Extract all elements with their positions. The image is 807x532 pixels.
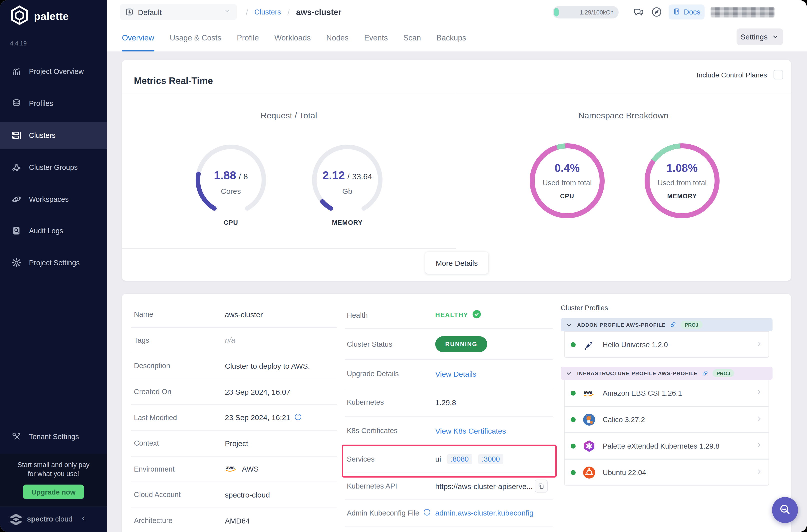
collapse-sidebar-icon[interactable]: ‹ xyxy=(82,513,85,524)
sidebar-item-tenant-settings[interactable]: Tenant Settings xyxy=(0,423,107,450)
cluster-status-badge: RUNNING xyxy=(435,336,487,352)
brand-logo: palette xyxy=(9,5,69,28)
request-total-title: Request / Total xyxy=(122,111,456,121)
tab-backups[interactable]: Backups xyxy=(436,24,466,52)
docs-label: Docs xyxy=(684,8,700,16)
promo-text-line1: Start small and only pay xyxy=(0,454,107,470)
svg-text:aws: aws xyxy=(583,390,593,395)
chat-icon[interactable] xyxy=(633,6,644,18)
detail-row-context: Context Project xyxy=(131,431,337,456)
proj-badge: PROJ xyxy=(713,369,734,377)
breadcrumb-clusters-link[interactable]: Clusters xyxy=(254,8,281,16)
sidebar-item-label: Cluster Groups xyxy=(29,163,78,171)
include-control-planes-checkbox[interactable] xyxy=(773,70,783,79)
tab-events[interactable]: Events xyxy=(364,24,388,52)
tab-overview[interactable]: Overview xyxy=(122,24,154,52)
user-menu-redacted[interactable] xyxy=(711,7,774,18)
cpu-request-value: 1.88 xyxy=(214,169,236,182)
sidebar-item-workspaces[interactable]: Workspaces xyxy=(0,186,107,213)
chevron-down-icon xyxy=(771,33,779,40)
sidebar-item-label: Clusters xyxy=(29,131,55,139)
orbit-icon xyxy=(11,194,22,205)
cpu-request-gauge: 1.88/8 Cores CPU xyxy=(191,140,271,229)
copy-icon[interactable] xyxy=(535,479,548,493)
detail-row-name: Name aws-cluster xyxy=(131,302,337,327)
profile-row-calico[interactable]: Calico 3.27.2 xyxy=(564,406,769,433)
namespace-cpu-percent: 0.4% xyxy=(527,162,607,175)
detail-row-cloud-account: Cloud Account spectro-cloud xyxy=(131,482,337,508)
project-selector-value: Default xyxy=(138,8,162,16)
memory-total-value: 33.64 xyxy=(352,172,372,181)
link-icon[interactable] xyxy=(670,321,677,328)
project-selector[interactable]: Default xyxy=(120,4,237,20)
cpu-gauge-label: CPU xyxy=(191,219,271,226)
chevron-right-icon xyxy=(755,441,763,450)
upgrade-now-button[interactable]: Upgrade now xyxy=(23,484,84,499)
sidebar-item-label: Tenant Settings xyxy=(29,433,79,441)
namespace-cpu-label: CPU xyxy=(527,193,607,200)
tabs: Overview Usage & Costs Profile Workloads… xyxy=(122,24,466,52)
palette-hexagon-icon xyxy=(9,5,30,28)
sidebar-item-audit-logs[interactable]: Audit Logs xyxy=(0,217,107,244)
sidebar-item-label: Profiles xyxy=(29,99,53,108)
detail-row-cluster-status: Cluster Status RUNNING xyxy=(345,329,553,360)
breadcrumb-separator: / xyxy=(287,8,289,16)
sidebar-item-project-overview[interactable]: Project Overview xyxy=(0,58,107,85)
profile-row-hello-universe[interactable]: Hello Universe 1.2.0 xyxy=(564,331,769,358)
cluster-status-column: Health HEALTHY Cluster Status RUNNING Up… xyxy=(345,302,553,527)
info-icon[interactable] xyxy=(423,508,431,517)
tab-usage-costs[interactable]: Usage & Costs xyxy=(170,24,221,52)
cpu-unit: Cores xyxy=(191,187,271,195)
detail-row-architecture: Architecture AMD64 xyxy=(131,508,337,532)
metrics-title: Metrics Real-Time xyxy=(134,76,213,87)
chart-icon xyxy=(11,66,22,77)
palette-app: palette 4.4.19 Project Overview Profiles… xyxy=(0,0,807,532)
tab-scan[interactable]: Scan xyxy=(403,24,421,52)
detail-row-admin-kubeconfig: Admin Kubeconfig File admin.aws-cluster.… xyxy=(345,499,553,527)
detail-row-services: Services ui :8080 :3000 xyxy=(345,445,553,473)
tab-profile[interactable]: Profile xyxy=(237,24,259,52)
view-k8s-certificates-link[interactable]: View K8s Certificates xyxy=(435,426,506,435)
sidebar-item-label: Workspaces xyxy=(29,195,69,203)
compass-icon[interactable] xyxy=(651,6,662,18)
memory-gauge-label: MEMORY xyxy=(307,219,387,226)
sidebar-item-label: Audit Logs xyxy=(29,227,63,235)
book-icon xyxy=(673,7,681,17)
cluster-profiles-title: Cluster Profiles xyxy=(561,304,608,312)
kubeconfig-download-link[interactable]: admin.aws-cluster.kubeconfig xyxy=(435,509,534,517)
addon-profile-header[interactable]: ADDON PROFILE AWS-PROFILE PROJ xyxy=(561,318,772,331)
chevron-down-icon xyxy=(566,321,572,328)
svg-text:aws: aws xyxy=(226,465,234,470)
profile-row-palette-extended-kubernetes[interactable]: Palette eXtended Kubernetes 1.29.8 xyxy=(564,433,769,459)
docs-button[interactable]: Docs xyxy=(669,4,705,19)
service-port-8080-link[interactable]: :8080 xyxy=(447,454,472,464)
service-port-3000-link[interactable]: :3000 xyxy=(478,454,503,464)
profile-row-amazon-ebs-csi[interactable]: aws Amazon EBS CSI 1.26.1 xyxy=(564,380,769,406)
sidebar-item-clusters[interactable]: Clusters xyxy=(0,122,107,149)
link-icon[interactable] xyxy=(701,370,709,377)
tab-nodes[interactable]: Nodes xyxy=(326,24,349,52)
detail-row-tags: Tags n/a xyxy=(131,327,337,353)
metrics-realtime-card: Metrics Real-Time Include Control Planes… xyxy=(122,60,791,281)
settings-button[interactable]: Settings xyxy=(736,28,783,45)
sidebar-item-project-settings[interactable]: Project Settings xyxy=(0,249,107,276)
status-dot-green xyxy=(571,342,576,347)
infrastructure-profile-header[interactable]: INFRASTRUCTURE PROFILE AWS-PROFILE PROJ xyxy=(561,367,772,380)
profile-row-ubuntu[interactable]: Ubuntu 22.04 xyxy=(564,459,769,486)
sidebar-item-cluster-groups[interactable]: Cluster Groups xyxy=(0,154,107,181)
breadcrumb: / Clusters / aws-cluster xyxy=(246,0,341,24)
cluster-info-column: Name aws-cluster Tags n/a Description Cl… xyxy=(131,302,337,532)
tab-workloads[interactable]: Workloads xyxy=(274,24,311,52)
aws-logo-icon: aws xyxy=(583,386,596,399)
chevron-right-icon xyxy=(755,415,763,424)
calico-icon xyxy=(583,413,596,426)
view-details-link[interactable]: View Details xyxy=(435,369,476,378)
sidebar: palette 4.4.19 Project Overview Profiles… xyxy=(0,0,107,532)
app-version: 4.4.19 xyxy=(10,40,27,47)
support-search-fab[interactable] xyxy=(772,497,798,523)
more-details-button[interactable]: More Details xyxy=(425,252,488,274)
memory-request-value: 2.12 xyxy=(322,169,345,182)
namespace-memory-donut: 1.08% Used from total MEMORY xyxy=(642,141,722,221)
info-icon[interactable] xyxy=(294,413,302,422)
sidebar-item-profiles[interactable]: Profiles xyxy=(0,90,107,117)
